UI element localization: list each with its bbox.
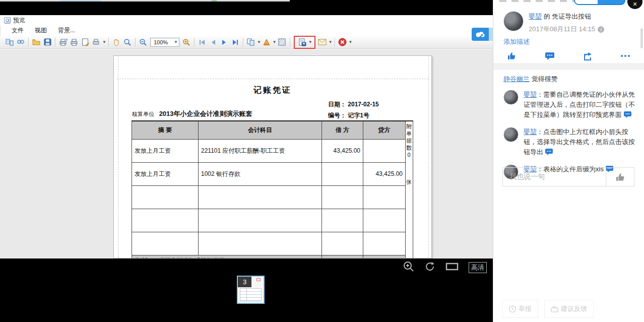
date-value: 2017-02-15 xyxy=(348,101,378,108)
top-black-bar xyxy=(0,2,493,15)
menu-item[interactable]: 视图 xyxy=(35,26,47,35)
print-dialog-icon[interactable]: ? xyxy=(58,37,68,47)
export-document-icon[interactable] xyxy=(297,37,307,47)
comment-author-link[interactable]: 嬰堃 xyxy=(524,91,537,98)
cell-credit xyxy=(363,139,406,162)
page-thumbnail[interactable]: 3 xyxy=(237,276,265,304)
zoom-in-icon[interactable] xyxy=(181,37,191,47)
svg-text:?: ? xyxy=(66,38,68,42)
viewer-zoom-icon[interactable] xyxy=(403,261,414,274)
comment-item: 嬰堃：需要自己调整凭证的小伙伴从凭证管理进入后，点击打印二字按钮（不是下拉菜单）… xyxy=(493,87,644,124)
viewer-fullscreen-icon[interactable] xyxy=(445,262,459,274)
hand-tool-icon[interactable] xyxy=(111,37,121,47)
table-row xyxy=(132,232,406,255)
comment-button[interactable] xyxy=(531,51,569,60)
cloud-share-extension[interactable] xyxy=(489,28,493,41)
cell-credit xyxy=(363,232,406,255)
thumbnails-icon[interactable] xyxy=(5,37,15,47)
post-title: 凭证导出按钮 xyxy=(552,13,591,20)
comment-avatar[interactable] xyxy=(503,127,519,142)
panel-close-button[interactable]: ✕ xyxy=(627,0,642,9)
post-author-link[interactable]: 嬰堃 xyxy=(529,13,542,20)
comment-author-link[interactable]: 嬰堃 xyxy=(524,128,537,136)
export-highlight-box: ▼ xyxy=(294,36,315,49)
add-description-link[interactable]: 添加描述 xyxy=(503,37,530,46)
page-color-icon[interactable] xyxy=(262,37,272,47)
feedback-button[interactable]: 建议反馈 xyxy=(544,300,594,318)
viewer-refresh-icon[interactable] xyxy=(424,261,435,274)
dropdown-caret[interactable]: ▼ xyxy=(257,40,261,44)
accounting-unit: 核算单位 2013年小企业会计准则演示账套 xyxy=(132,109,252,118)
nav-first-icon[interactable] xyxy=(197,37,207,47)
nav-next-icon[interactable] xyxy=(219,37,229,47)
printer-options-icon[interactable] xyxy=(91,37,101,47)
multipage-view-icon[interactable] xyxy=(246,37,256,47)
more-button[interactable] xyxy=(606,51,644,60)
toolbar-separator xyxy=(194,38,195,47)
save-icon[interactable] xyxy=(42,37,52,47)
total-debit: 43425.00 xyxy=(322,255,363,259)
send-email-icon[interactable] xyxy=(317,37,328,47)
post-author-avatar[interactable] xyxy=(503,11,524,31)
zoom-tool-icon[interactable] xyxy=(122,37,133,47)
post-title-line: 嬰堃 的 凭证导出按钮 xyxy=(529,12,604,21)
cell-debit xyxy=(322,232,363,255)
dropdown-caret[interactable]: ▼ xyxy=(329,40,333,44)
panel-scrollbar[interactable] xyxy=(640,28,643,48)
cloud-share-button[interactable] xyxy=(472,28,493,41)
export-dropdown-caret[interactable]: ▼ xyxy=(308,40,312,44)
panel-footer: 举报 建议反馈 xyxy=(502,300,594,318)
preview-application: 预览 文件视图背景... ? ▼ 100%▼ xyxy=(0,0,493,322)
cell-summary: 发放上月工资 xyxy=(132,162,199,185)
menu-item[interactable]: 背景... xyxy=(58,26,75,35)
thumbnail-page-badge: 3 xyxy=(238,277,251,287)
clipped-blue-button[interactable] xyxy=(574,0,625,5)
report-button[interactable]: 举报 xyxy=(502,300,538,318)
table-row xyxy=(132,185,406,209)
like-button[interactable] xyxy=(493,51,531,60)
cell-account xyxy=(199,209,322,232)
total-credit: 43425.00 xyxy=(363,255,406,259)
window-title: 预览 xyxy=(13,16,25,25)
comment-input[interactable]: 我也说一句 xyxy=(503,168,606,186)
watermark-icon[interactable] xyxy=(277,37,287,47)
close-preview-icon[interactable] xyxy=(338,37,348,47)
date-label: 日期： xyxy=(328,101,346,108)
dropdown-caret[interactable]: ▼ xyxy=(273,40,277,44)
dropdown-caret[interactable]: ▼ xyxy=(102,40,106,44)
comment-reply-icon[interactable] xyxy=(545,148,553,158)
voucher-table: 摘 要 会计科目 借 方 贷方 发放上月工资 221101 应付职工薪酬-职工工… xyxy=(132,120,406,259)
cell-credit xyxy=(363,209,406,232)
page-setup-icon[interactable] xyxy=(80,37,90,47)
liker-line: 静谷幽兰 觉得很赞 xyxy=(503,75,558,84)
toolbar-overflow-icon[interactable]: ▼ xyxy=(349,40,353,44)
post-date-line: 2017年08月11日 14:15 i xyxy=(529,25,604,34)
share-button[interactable] xyxy=(569,51,607,60)
comment-avatar[interactable] xyxy=(503,90,519,105)
post-connector: 的 xyxy=(544,13,550,20)
header-summary: 摘 要 xyxy=(132,121,199,139)
open-icon[interactable] xyxy=(31,37,41,47)
info-icon[interactable]: i xyxy=(598,26,604,33)
comment-input-box: 我也说一句 xyxy=(502,167,634,186)
comment-reply-icon[interactable] xyxy=(624,111,631,121)
cell-account: 1002 银行存款 xyxy=(199,162,322,185)
clipped-top-content xyxy=(499,0,575,2)
nav-last-icon[interactable] xyxy=(230,37,240,47)
close-icon: ✕ xyxy=(632,1,637,8)
zoom-level-combobox[interactable]: 100%▼ xyxy=(150,38,179,47)
cell-debit: 43,425.00 xyxy=(322,139,363,162)
liker-name-link[interactable]: 静谷幽兰 xyxy=(503,75,530,83)
weiyun-cloud-icon xyxy=(472,28,489,41)
stamp-like-button[interactable] xyxy=(606,168,634,186)
find-icon[interactable] xyxy=(16,37,26,47)
zoom-out-icon[interactable] xyxy=(138,37,148,47)
number-label: 编号： xyxy=(328,112,346,119)
nav-prev-icon[interactable] xyxy=(208,37,218,47)
combobox-caret-icon[interactable]: ▼ xyxy=(174,40,178,44)
hd-toggle-button[interactable]: 高清 xyxy=(469,262,487,273)
feedback-label: 建议反馈 xyxy=(561,304,587,313)
viewer-tools: 高清 xyxy=(403,261,487,274)
quick-print-icon[interactable] xyxy=(69,37,79,47)
menu-item[interactable]: 文件 xyxy=(12,26,24,35)
